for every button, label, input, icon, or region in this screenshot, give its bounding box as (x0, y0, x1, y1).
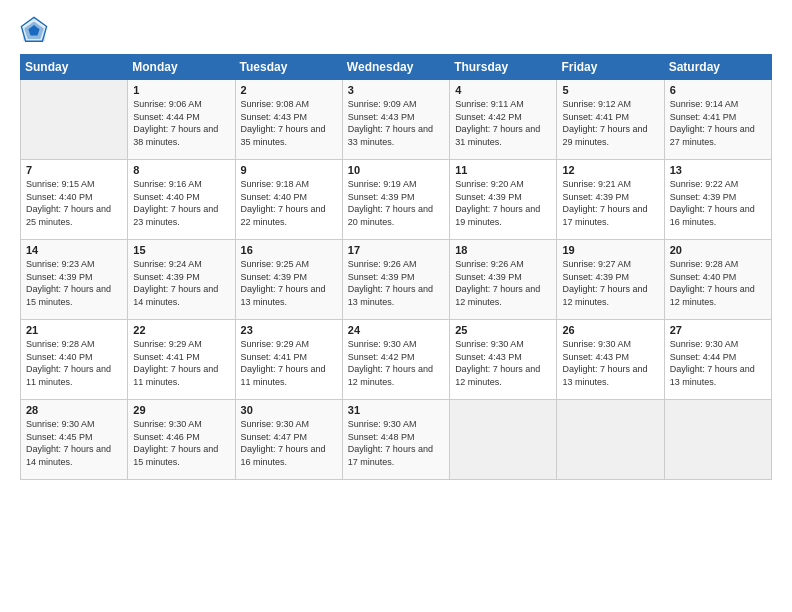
cell-info: Sunrise: 9:24 AMSunset: 4:39 PMDaylight:… (133, 258, 229, 308)
calendar-cell: 20Sunrise: 9:28 AMSunset: 4:40 PMDayligh… (664, 240, 771, 320)
cell-info: Sunrise: 9:28 AMSunset: 4:40 PMDaylight:… (670, 258, 766, 308)
cell-info: Sunrise: 9:30 AMSunset: 4:43 PMDaylight:… (455, 338, 551, 388)
calendar-cell: 25Sunrise: 9:30 AMSunset: 4:43 PMDayligh… (450, 320, 557, 400)
day-number: 23 (241, 324, 337, 336)
cell-info: Sunrise: 9:09 AMSunset: 4:43 PMDaylight:… (348, 98, 444, 148)
cell-info: Sunrise: 9:26 AMSunset: 4:39 PMDaylight:… (348, 258, 444, 308)
day-number: 6 (670, 84, 766, 96)
calendar-week-row: 21Sunrise: 9:28 AMSunset: 4:40 PMDayligh… (21, 320, 772, 400)
day-number: 17 (348, 244, 444, 256)
day-number: 19 (562, 244, 658, 256)
cell-info: Sunrise: 9:30 AMSunset: 4:47 PMDaylight:… (241, 418, 337, 468)
cell-info: Sunrise: 9:11 AMSunset: 4:42 PMDaylight:… (455, 98, 551, 148)
page-header (20, 16, 772, 44)
cell-info: Sunrise: 9:08 AMSunset: 4:43 PMDaylight:… (241, 98, 337, 148)
cell-info: Sunrise: 9:29 AMSunset: 4:41 PMDaylight:… (241, 338, 337, 388)
weekday-header: Thursday (450, 55, 557, 80)
cell-info: Sunrise: 9:30 AMSunset: 4:42 PMDaylight:… (348, 338, 444, 388)
calendar-cell: 16Sunrise: 9:25 AMSunset: 4:39 PMDayligh… (235, 240, 342, 320)
calendar-cell (21, 80, 128, 160)
calendar-cell: 7Sunrise: 9:15 AMSunset: 4:40 PMDaylight… (21, 160, 128, 240)
day-number: 12 (562, 164, 658, 176)
cell-info: Sunrise: 9:12 AMSunset: 4:41 PMDaylight:… (562, 98, 658, 148)
cell-info: Sunrise: 9:16 AMSunset: 4:40 PMDaylight:… (133, 178, 229, 228)
day-number: 8 (133, 164, 229, 176)
cell-info: Sunrise: 9:30 AMSunset: 4:46 PMDaylight:… (133, 418, 229, 468)
cell-info: Sunrise: 9:15 AMSunset: 4:40 PMDaylight:… (26, 178, 122, 228)
day-number: 31 (348, 404, 444, 416)
cell-info: Sunrise: 9:27 AMSunset: 4:39 PMDaylight:… (562, 258, 658, 308)
calendar-cell: 2Sunrise: 9:08 AMSunset: 4:43 PMDaylight… (235, 80, 342, 160)
day-number: 10 (348, 164, 444, 176)
day-number: 15 (133, 244, 229, 256)
day-number: 29 (133, 404, 229, 416)
cell-info: Sunrise: 9:22 AMSunset: 4:39 PMDaylight:… (670, 178, 766, 228)
day-number: 13 (670, 164, 766, 176)
day-number: 9 (241, 164, 337, 176)
calendar-cell: 30Sunrise: 9:30 AMSunset: 4:47 PMDayligh… (235, 400, 342, 480)
day-number: 5 (562, 84, 658, 96)
day-number: 14 (26, 244, 122, 256)
cell-info: Sunrise: 9:20 AMSunset: 4:39 PMDaylight:… (455, 178, 551, 228)
cell-info: Sunrise: 9:14 AMSunset: 4:41 PMDaylight:… (670, 98, 766, 148)
cell-info: Sunrise: 9:18 AMSunset: 4:40 PMDaylight:… (241, 178, 337, 228)
calendar-cell: 3Sunrise: 9:09 AMSunset: 4:43 PMDaylight… (342, 80, 449, 160)
day-number: 26 (562, 324, 658, 336)
calendar-cell: 22Sunrise: 9:29 AMSunset: 4:41 PMDayligh… (128, 320, 235, 400)
calendar-cell: 17Sunrise: 9:26 AMSunset: 4:39 PMDayligh… (342, 240, 449, 320)
day-number: 22 (133, 324, 229, 336)
calendar-cell: 11Sunrise: 9:20 AMSunset: 4:39 PMDayligh… (450, 160, 557, 240)
calendar-cell: 4Sunrise: 9:11 AMSunset: 4:42 PMDaylight… (450, 80, 557, 160)
weekday-header: Monday (128, 55, 235, 80)
day-number: 3 (348, 84, 444, 96)
day-number: 4 (455, 84, 551, 96)
calendar-cell (557, 400, 664, 480)
calendar-cell: 26Sunrise: 9:30 AMSunset: 4:43 PMDayligh… (557, 320, 664, 400)
calendar-cell: 9Sunrise: 9:18 AMSunset: 4:40 PMDaylight… (235, 160, 342, 240)
weekday-header: Tuesday (235, 55, 342, 80)
day-number: 7 (26, 164, 122, 176)
calendar-week-row: 14Sunrise: 9:23 AMSunset: 4:39 PMDayligh… (21, 240, 772, 320)
cell-info: Sunrise: 9:26 AMSunset: 4:39 PMDaylight:… (455, 258, 551, 308)
day-number: 20 (670, 244, 766, 256)
calendar-cell: 29Sunrise: 9:30 AMSunset: 4:46 PMDayligh… (128, 400, 235, 480)
cell-info: Sunrise: 9:06 AMSunset: 4:44 PMDaylight:… (133, 98, 229, 148)
logo (20, 16, 52, 44)
calendar-cell: 23Sunrise: 9:29 AMSunset: 4:41 PMDayligh… (235, 320, 342, 400)
day-number: 11 (455, 164, 551, 176)
calendar-cell: 27Sunrise: 9:30 AMSunset: 4:44 PMDayligh… (664, 320, 771, 400)
calendar-cell: 8Sunrise: 9:16 AMSunset: 4:40 PMDaylight… (128, 160, 235, 240)
calendar-cell: 24Sunrise: 9:30 AMSunset: 4:42 PMDayligh… (342, 320, 449, 400)
cell-info: Sunrise: 9:30 AMSunset: 4:45 PMDaylight:… (26, 418, 122, 468)
calendar-cell: 15Sunrise: 9:24 AMSunset: 4:39 PMDayligh… (128, 240, 235, 320)
day-number: 2 (241, 84, 337, 96)
calendar-cell: 5Sunrise: 9:12 AMSunset: 4:41 PMDaylight… (557, 80, 664, 160)
calendar-week-row: 7Sunrise: 9:15 AMSunset: 4:40 PMDaylight… (21, 160, 772, 240)
weekday-header: Wednesday (342, 55, 449, 80)
cell-info: Sunrise: 9:30 AMSunset: 4:43 PMDaylight:… (562, 338, 658, 388)
calendar-cell: 1Sunrise: 9:06 AMSunset: 4:44 PMDaylight… (128, 80, 235, 160)
calendar-table: SundayMondayTuesdayWednesdayThursdayFrid… (20, 54, 772, 480)
day-number: 18 (455, 244, 551, 256)
calendar-cell: 21Sunrise: 9:28 AMSunset: 4:40 PMDayligh… (21, 320, 128, 400)
calendar-cell: 10Sunrise: 9:19 AMSunset: 4:39 PMDayligh… (342, 160, 449, 240)
cell-info: Sunrise: 9:19 AMSunset: 4:39 PMDaylight:… (348, 178, 444, 228)
calendar-cell (450, 400, 557, 480)
cell-info: Sunrise: 9:25 AMSunset: 4:39 PMDaylight:… (241, 258, 337, 308)
cell-info: Sunrise: 9:21 AMSunset: 4:39 PMDaylight:… (562, 178, 658, 228)
cell-info: Sunrise: 9:29 AMSunset: 4:41 PMDaylight:… (133, 338, 229, 388)
cell-info: Sunrise: 9:23 AMSunset: 4:39 PMDaylight:… (26, 258, 122, 308)
day-number: 28 (26, 404, 122, 416)
calendar-body: 1Sunrise: 9:06 AMSunset: 4:44 PMDaylight… (21, 80, 772, 480)
day-number: 25 (455, 324, 551, 336)
weekday-header: Friday (557, 55, 664, 80)
calendar-cell: 18Sunrise: 9:26 AMSunset: 4:39 PMDayligh… (450, 240, 557, 320)
weekday-header: Saturday (664, 55, 771, 80)
calendar-cell: 28Sunrise: 9:30 AMSunset: 4:45 PMDayligh… (21, 400, 128, 480)
cell-info: Sunrise: 9:30 AMSunset: 4:44 PMDaylight:… (670, 338, 766, 388)
calendar-cell: 14Sunrise: 9:23 AMSunset: 4:39 PMDayligh… (21, 240, 128, 320)
calendar-cell: 6Sunrise: 9:14 AMSunset: 4:41 PMDaylight… (664, 80, 771, 160)
calendar-week-row: 1Sunrise: 9:06 AMSunset: 4:44 PMDaylight… (21, 80, 772, 160)
day-number: 24 (348, 324, 444, 336)
cell-info: Sunrise: 9:28 AMSunset: 4:40 PMDaylight:… (26, 338, 122, 388)
